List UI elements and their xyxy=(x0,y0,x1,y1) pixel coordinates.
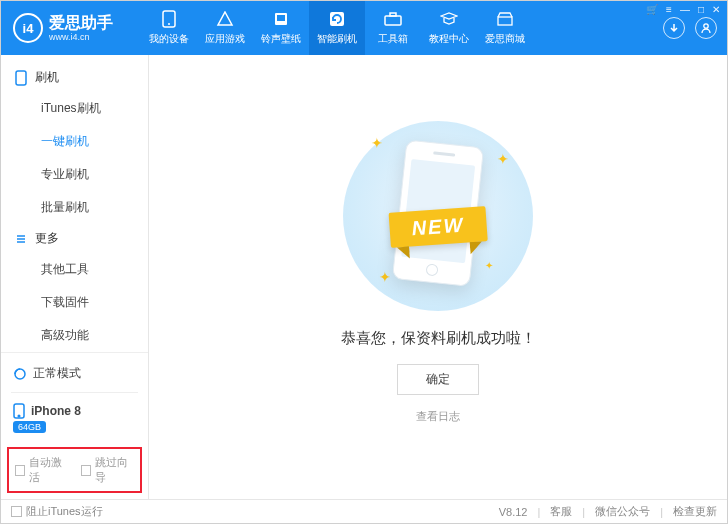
header: i4 爱思助手 www.i4.cn 我的设备 应用游戏 铃声壁纸 智能刷机 xyxy=(1,1,727,55)
sidebar-item-batch-flash[interactable]: 批量刷机 xyxy=(1,191,148,224)
close-icon[interactable]: ✕ xyxy=(712,4,720,15)
maximize-icon[interactable]: □ xyxy=(698,4,704,15)
logo[interactable]: i4 爱思助手 www.i4.cn xyxy=(1,13,141,43)
svg-point-1 xyxy=(168,23,170,25)
user-button[interactable] xyxy=(695,17,717,39)
success-message: 恭喜您，保资料刷机成功啦！ xyxy=(341,329,536,348)
sidebar-item-pro-flash[interactable]: 专业刷机 xyxy=(1,158,148,191)
support-link[interactable]: 客服 xyxy=(550,504,572,519)
nav-tools[interactable]: 工具箱 xyxy=(365,1,421,55)
sidebar-item-download-firmware[interactable]: 下载固件 xyxy=(1,286,148,319)
check-block-itunes[interactable]: 阻止iTunes运行 xyxy=(11,504,103,519)
nav-device[interactable]: 我的设备 xyxy=(141,1,197,55)
sidebar-group-more: 更多 xyxy=(1,224,148,253)
header-right xyxy=(663,17,727,39)
nav-store[interactable]: 爱思商城 xyxy=(477,1,533,55)
sidebar-group-flash: 刷机 xyxy=(1,63,148,92)
sidebar-item-itunes-flash[interactable]: iTunes刷机 xyxy=(1,92,148,125)
cart-icon[interactable]: 🛒 xyxy=(646,4,658,15)
sidebar: 刷机 iTunes刷机 一键刷机 专业刷机 批量刷机 更多 其他工具 下载固件 … xyxy=(1,55,149,499)
wechat-link[interactable]: 微信公众号 xyxy=(595,504,650,519)
tutorial-icon xyxy=(440,10,458,28)
svg-point-8 xyxy=(704,24,708,28)
device-row[interactable]: iPhone 8 64GB xyxy=(11,399,138,441)
svg-rect-5 xyxy=(385,16,401,25)
nav-apps[interactable]: 应用游戏 xyxy=(197,1,253,55)
new-ribbon: NEW xyxy=(389,206,488,248)
device-name: iPhone 8 xyxy=(31,404,81,418)
download-button[interactable] xyxy=(663,17,685,39)
window-controls: 🛒 ≡ — □ ✕ xyxy=(646,4,720,15)
sidebar-item-other-tools[interactable]: 其他工具 xyxy=(1,253,148,286)
success-illustration: ✦✦✦✦ NEW xyxy=(343,121,533,311)
apps-icon xyxy=(216,10,234,28)
mode-label: 正常模式 xyxy=(33,365,81,382)
version-label: V8.12 xyxy=(499,506,528,518)
check-skip-guide[interactable]: 跳过向导 xyxy=(81,455,135,485)
svg-rect-3 xyxy=(277,15,285,21)
app-title: 爱思助手 xyxy=(49,15,113,31)
logo-icon: i4 xyxy=(13,13,43,43)
store-icon xyxy=(496,10,514,28)
svg-rect-7 xyxy=(498,17,512,25)
menu-icon[interactable]: ≡ xyxy=(666,4,672,15)
sidebar-item-advanced[interactable]: 高级功能 xyxy=(1,319,148,352)
device-icon xyxy=(162,10,176,28)
svg-rect-6 xyxy=(390,13,396,16)
check-auto-activate[interactable]: 自动激活 xyxy=(15,455,69,485)
storage-badge: 64GB xyxy=(13,421,46,433)
highlighted-checks: 自动激活 跳过向导 xyxy=(7,447,142,493)
svg-rect-9 xyxy=(16,71,26,85)
ringtone-icon xyxy=(273,10,289,28)
toolbox-icon xyxy=(384,10,402,28)
minimize-icon[interactable]: — xyxy=(680,4,690,15)
sidebar-group-label: 刷机 xyxy=(35,69,59,86)
main-content: ✦✦✦✦ NEW 恭喜您，保资料刷机成功啦！ 确定 查看日志 xyxy=(149,55,727,499)
sidebar-item-oneclick-flash[interactable]: 一键刷机 xyxy=(1,125,148,158)
status-bar: 阻止iTunes运行 V8.12 | 客服 | 微信公众号 | 检查更新 xyxy=(1,499,727,523)
flash-icon xyxy=(329,10,345,28)
sidebar-group-label: 更多 xyxy=(35,230,59,247)
svg-point-15 xyxy=(18,415,20,417)
check-update-link[interactable]: 检查更新 xyxy=(673,504,717,519)
mode-row[interactable]: 正常模式 xyxy=(11,361,138,386)
nav-tutorial[interactable]: 教程中心 xyxy=(421,1,477,55)
app-subtitle: www.i4.cn xyxy=(49,33,113,42)
nav-ringtone[interactable]: 铃声壁纸 xyxy=(253,1,309,55)
top-nav: 我的设备 应用游戏 铃声壁纸 智能刷机 工具箱 教程中心 xyxy=(141,1,663,55)
view-log-link[interactable]: 查看日志 xyxy=(416,409,460,424)
ok-button[interactable]: 确定 xyxy=(397,364,479,395)
nav-flash[interactable]: 智能刷机 xyxy=(309,1,365,55)
